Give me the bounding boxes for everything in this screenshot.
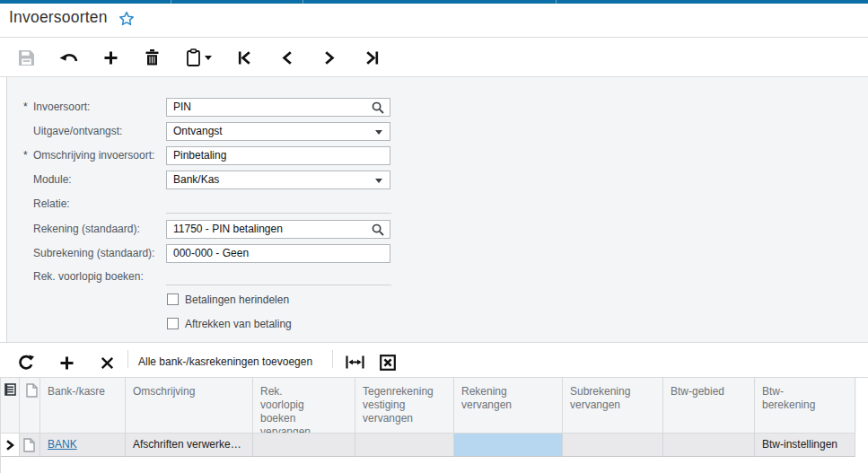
module-dropdown[interactable]: Bank/Kas <box>166 171 390 189</box>
field-label-uitgave-ontvangst: Uitgave/ontvangst: <box>23 125 165 139</box>
column-header-tegenrekening-vestiging-vervangen[interactable]: Tegenrekening vestiging vervangen <box>355 378 454 434</box>
field-label-subrekening: Subrekening (standaard): <box>23 247 165 261</box>
last-record-button[interactable] <box>362 48 381 67</box>
rek-voorlopig-boeken-field <box>166 285 391 285</box>
betalingen-herindelen-label[interactable]: Betalingen herindelen <box>185 293 289 306</box>
column-header-rek-voorlopig-boeken-vervangen[interactable]: Rek. voorlopig boeken vervangen <box>253 378 355 434</box>
row-file-cell[interactable] <box>20 434 40 457</box>
topbar-separator <box>171 0 171 4</box>
cell-subrekening-vervangen[interactable] <box>563 434 663 457</box>
aftrekken-van-betaling-label[interactable]: Aftrekken van betaling <box>185 318 292 330</box>
grid-settings-header[interactable] <box>1 378 20 434</box>
omschrijving-field[interactable]: Pinbetaling <box>166 146 390 165</box>
column-header-btw-berekening[interactable]: Btw-berekening <box>755 378 855 434</box>
field-label-rek-voorlopig-boeken: Rek. voorlopig boeken: <box>23 270 165 285</box>
save-button[interactable] <box>16 48 36 67</box>
chevron-down-icon <box>205 56 212 60</box>
required-marker: * <box>23 101 33 113</box>
table-row[interactable]: BANK Afschriften verwerke… Btw-instellin… <box>1 434 856 457</box>
add-all-bank-accounts-button[interactable]: Alle bank-/kasrekeningen toevoegen <box>138 354 312 370</box>
chevron-down-icon[interactable] <box>375 179 382 183</box>
divider <box>0 37 868 38</box>
column-header-btw-gebied[interactable]: Btw-gebied <box>663 378 755 434</box>
field-label-omschrijving: *Omschrijving invoersoort: <box>23 149 165 163</box>
cell-rek-voorlopig-boeken-vervangen[interactable] <box>253 434 355 457</box>
topbar-separator <box>556 0 557 4</box>
first-record-button[interactable] <box>234 48 254 67</box>
toolbar-separator <box>332 350 333 368</box>
search-icon[interactable] <box>372 101 384 119</box>
refresh-button[interactable] <box>16 353 36 372</box>
file-column-header <box>20 378 40 434</box>
page-title: Invoersoorten <box>9 8 108 27</box>
uitgave-ontvangst-dropdown[interactable]: Ontvangst <box>166 122 390 141</box>
cell-bank-kasrekening[interactable]: BANK <box>40 434 126 457</box>
chevron-down-icon[interactable] <box>375 130 382 135</box>
invoersoort-field[interactable]: PIN <box>166 98 390 117</box>
search-icon[interactable] <box>372 223 384 241</box>
file-icon <box>26 383 38 401</box>
divider <box>0 342 868 343</box>
column-header-bank-kasrekening[interactable]: Bank-/kasre <box>40 378 126 434</box>
topbar-separator <box>302 0 303 4</box>
toolbar-separator <box>127 350 128 368</box>
add-row-button[interactable] <box>57 353 76 372</box>
relatie-field <box>166 213 391 214</box>
cell-btw-berekening[interactable]: Btw-instellingen <box>755 434 855 457</box>
row-pointer-cell <box>1 434 20 457</box>
previous-record-button[interactable] <box>277 48 295 67</box>
add-record-button[interactable] <box>101 48 120 67</box>
column-header-rekening-vervangen[interactable]: Rekening vervangen <box>454 378 563 434</box>
field-label-relatie: Relatie: <box>23 197 165 212</box>
top-accent-bar <box>0 0 868 4</box>
grid-settings-icon <box>4 386 16 399</box>
cell-omschrijving[interactable]: Afschriften verwerke… <box>126 434 253 457</box>
required-marker: * <box>23 149 33 162</box>
next-record-button[interactable] <box>320 48 338 67</box>
field-label-invoersoort: *Invoersoort: <box>23 101 165 115</box>
bank-link[interactable]: BANK <box>48 438 77 451</box>
bank-accounts-grid: Bank-/kasre Omschrijving Rek. voorlopig … <box>0 378 856 473</box>
row-pointer-icon <box>5 441 14 453</box>
rekening-field[interactable]: 11750 - PIN betalingen <box>166 220 390 239</box>
favorite-star-icon[interactable] <box>118 10 136 28</box>
undo-button[interactable] <box>57 48 79 67</box>
field-label-rekening: Rekening (standaard): <box>23 223 165 237</box>
cell-btw-gebied[interactable] <box>663 434 755 457</box>
delete-row-button[interactable] <box>97 353 117 372</box>
aftrekken-van-betaling-checkbox[interactable] <box>167 318 179 329</box>
cell-rekening-vervangen-active[interactable] <box>454 434 563 457</box>
grid-header-row: Bank-/kasre Omschrijving Rek. voorlopig … <box>1 378 856 434</box>
column-header-omschrijving[interactable]: Omschrijving <box>126 378 253 434</box>
clipboard-menu-button[interactable] <box>184 47 215 68</box>
delete-record-button[interactable] <box>143 48 161 67</box>
export-excel-button[interactable] <box>379 354 397 372</box>
subrekening-field[interactable]: 000-000 - Geen <box>166 244 390 263</box>
fit-to-width-button[interactable] <box>344 354 365 370</box>
field-label-module: Module: <box>23 173 165 188</box>
betalingen-herindelen-checkbox[interactable] <box>167 293 179 305</box>
column-header-subrekening-vervangen[interactable]: Subrekening vervangen <box>563 378 663 434</box>
file-icon <box>23 442 35 455</box>
cell-tegenrekening-vestiging-vervangen[interactable] <box>355 434 454 457</box>
